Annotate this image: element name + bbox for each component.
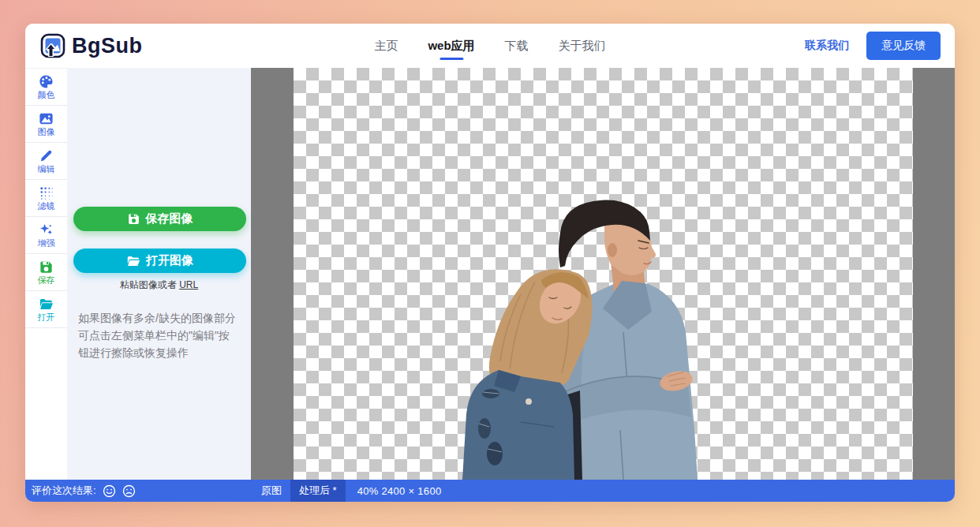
sidebar-label-color: 颜色 [38, 91, 55, 99]
save-icon [39, 260, 54, 275]
sidebar-label-open: 打开 [38, 313, 55, 322]
rating-area: 评价这次结果: [25, 484, 136, 498]
sidebar-item-edit[interactable]: 编辑 [25, 143, 67, 180]
nav-home[interactable]: 主页 [374, 34, 398, 58]
open-folder-icon [126, 254, 140, 268]
sidebar-item-open[interactable]: 打开 [25, 291, 67, 328]
feedback-button[interactable]: 意见反馈 [866, 32, 941, 60]
rate-label: 评价这次结果: [32, 484, 96, 498]
bgsub-logo-icon [39, 32, 66, 59]
save-icon [127, 212, 140, 226]
page-background: BgSub 主页 web应用 下载 关于我们 联系我们 意见反馈 [0, 0, 980, 527]
paste-hint: 粘贴图像或者 URL [73, 278, 245, 292]
sidebar-item-image[interactable]: 图像 [25, 106, 67, 143]
happy-face-icon[interactable] [103, 484, 116, 498]
save-image-label: 保存图像 [146, 211, 193, 226]
main-area: 颜色 图像 编辑 [25, 68, 955, 480]
zoom-and-dimensions: 40% 2400 × 1600 [357, 485, 442, 497]
contact-link[interactable]: 联系我们 [805, 39, 849, 53]
transparency-checkerboard[interactable] [294, 68, 913, 480]
nav-about[interactable]: 关于我们 [559, 34, 606, 58]
save-image-button[interactable]: 保存图像 [73, 207, 246, 231]
main-nav: 主页 web应用 下载 关于我们 [374, 24, 605, 68]
sidebar-label-filter-edit: 编辑 [38, 165, 55, 174]
status-bar: 评价这次结果: 原图 处理后 * 40% 2400 × 1600 [25, 480, 955, 502]
sidebar-item-filter[interactable]: 滤镜 [25, 180, 67, 217]
app-window: BgSub 主页 web应用 下载 关于我们 联系我们 意见反馈 [25, 24, 955, 502]
paste-hint-text: 粘贴图像或者 [120, 279, 177, 290]
open-image-button[interactable]: 打开图像 [73, 249, 246, 273]
palette-icon [39, 74, 54, 89]
image-icon [39, 111, 54, 126]
paste-url-link[interactable]: URL [179, 279, 198, 290]
app-header: BgSub 主页 web应用 下载 关于我们 联系我们 意见反馈 [25, 24, 955, 68]
sidebar: 颜色 图像 编辑 [25, 68, 67, 480]
image-canvas[interactable] [251, 68, 955, 480]
nav-download[interactable]: 下载 [505, 34, 529, 58]
view-switcher: 原图 处理后 * 40% 2400 × 1600 [252, 480, 441, 502]
sidebar-item-save[interactable]: 保存 [25, 254, 67, 291]
edit-instruction-text: 如果图像有多余/缺失的图像部分可点击左侧菜单栏中的"编辑"按钮进行擦除或恢复操作 [73, 309, 245, 361]
sidebar-item-color[interactable]: 颜色 [25, 69, 67, 106]
logo-text: BgSub [72, 34, 143, 58]
tab-processed-image[interactable]: 处理后 * [290, 480, 346, 502]
sparkles-icon [39, 222, 54, 237]
open-folder-icon [39, 297, 54, 312]
sidebar-label-enhance: 增强 [38, 239, 55, 248]
tools-panel: 保存图像 打开图像 粘贴图像或者 URL 如果图像有多余/缺失的图像部分可点击左… [67, 68, 251, 480]
pencil-icon [39, 148, 54, 163]
header-right: 联系我们 意见反馈 [805, 32, 941, 60]
sidebar-item-enhance[interactable]: 增强 [25, 217, 67, 254]
sidebar-label-image: 图像 [38, 128, 55, 136]
sidebar-label-filter: 滤镜 [38, 202, 55, 211]
sad-face-icon[interactable] [122, 484, 136, 498]
cutout-photo-couple [442, 200, 710, 480]
open-image-label: 打开图像 [146, 253, 193, 268]
nav-web-app[interactable]: web应用 [428, 34, 474, 58]
halftone-icon [39, 185, 54, 200]
sidebar-label-save: 保存 [38, 276, 55, 285]
logo[interactable]: BgSub [39, 32, 143, 59]
tab-original-image[interactable]: 原图 [252, 480, 290, 502]
